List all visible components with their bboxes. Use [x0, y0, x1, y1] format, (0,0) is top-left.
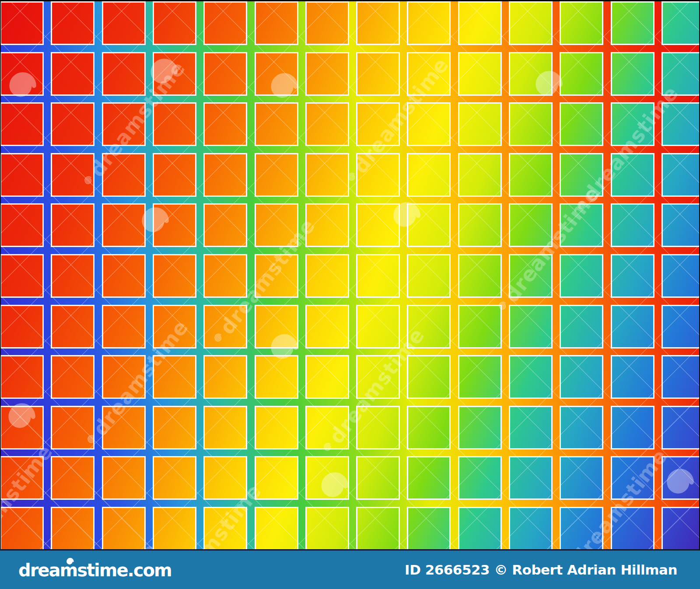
grid-square: [407, 456, 451, 500]
grid-square: [611, 305, 654, 349]
grid-square: [305, 305, 349, 349]
grid-square: [407, 102, 451, 146]
grid-square: [153, 1, 196, 45]
grid-square: [560, 355, 603, 399]
grid-square: [153, 406, 196, 450]
grid-square: [305, 456, 349, 500]
image-left-edge: [0, 0, 1, 549]
grid-square: [662, 406, 700, 450]
grid-square: [560, 1, 603, 45]
grid-square: [458, 153, 502, 197]
grid-square: [305, 52, 349, 96]
grid-square: [153, 254, 196, 298]
grid-square: [560, 52, 603, 96]
grid-square: [458, 1, 502, 45]
grid-square: [102, 203, 146, 247]
grid-square: [102, 1, 146, 45]
dreamstime-logo-spiral-icon: [65, 557, 74, 568]
grid-square: [458, 507, 502, 549]
grid-square: [560, 254, 603, 298]
grid-square: [611, 355, 654, 399]
grid-square: [0, 355, 44, 399]
grid-square: [255, 203, 298, 247]
grid-square: [509, 1, 553, 45]
grid-square: [0, 203, 44, 247]
grid-square: [153, 305, 196, 349]
grid-square: [356, 254, 400, 298]
grid-square: [458, 52, 502, 96]
grid-square: [51, 102, 94, 146]
grid-square: [458, 456, 502, 500]
grid-square: [356, 52, 400, 96]
grid-square: [356, 406, 400, 450]
grid-square: [662, 203, 700, 247]
grid-square: [407, 406, 451, 450]
grid-square: [356, 102, 400, 146]
image-top-edge: [0, 0, 700, 1]
grid-square: [662, 153, 700, 197]
grid-square: [203, 254, 247, 298]
grid-square: [203, 406, 247, 450]
grid-square: [356, 507, 400, 549]
grid-square: [0, 406, 44, 450]
grid-square: [0, 254, 44, 298]
grid-square: [611, 1, 654, 45]
grid-square: [203, 102, 247, 146]
grid-square: [102, 507, 146, 549]
grid-square: [153, 153, 196, 197]
grid-square: [255, 355, 298, 399]
grid-square: [662, 355, 700, 399]
grid-square: [0, 52, 44, 96]
grid-square: [509, 507, 553, 549]
grid-square: [458, 203, 502, 247]
grid-square: [611, 153, 654, 197]
grid-square: [458, 254, 502, 298]
grid-square: [102, 406, 146, 450]
grid-square: [203, 153, 247, 197]
grid-square: [153, 355, 196, 399]
image-credit: ID 2666523 © Robert Adrian Hillman: [405, 562, 677, 578]
grid-square: [203, 355, 247, 399]
grid-square: [407, 52, 451, 96]
grid-square: [102, 52, 146, 96]
grid-square: [560, 102, 603, 146]
grid-square: [305, 102, 349, 146]
grid-square: [255, 254, 298, 298]
grid-square: [305, 1, 349, 45]
grid-square: [51, 1, 94, 45]
grid-square: [153, 102, 196, 146]
grid-square: [305, 153, 349, 197]
grid-square: [407, 305, 451, 349]
grid-square: [255, 1, 298, 45]
grid-square: [0, 102, 44, 146]
grid-square: [51, 254, 94, 298]
grid-square: [255, 52, 298, 96]
grid-square: [407, 507, 451, 549]
grid-square: [509, 153, 553, 197]
grid-square: [611, 507, 654, 549]
grid-square: [662, 52, 700, 96]
grid-square: [560, 456, 603, 500]
grid-square: [611, 456, 654, 500]
grid-square: [255, 102, 298, 146]
grid-square: [356, 456, 400, 500]
stock-image-preview: dreamstimedreamstimedreamstimedreamstime…: [0, 0, 700, 589]
grid-square: [509, 203, 553, 247]
grid-square: [509, 254, 553, 298]
grid-square: [662, 456, 700, 500]
grid-square: [458, 102, 502, 146]
grid-square: [51, 406, 94, 450]
grid-square: [153, 52, 196, 96]
grid-square: [51, 203, 94, 247]
grid-square: [611, 102, 654, 146]
grid-square: [51, 456, 94, 500]
grid-square: [662, 507, 700, 549]
grid-square: [305, 203, 349, 247]
grid-square: [153, 203, 196, 247]
grid-square: [560, 203, 603, 247]
dreamstime-logo: dreamstime.com: [18, 560, 172, 580]
grid-square: [203, 507, 247, 549]
grid-square: [407, 203, 451, 247]
grid-square: [611, 406, 654, 450]
grid-square: [407, 153, 451, 197]
